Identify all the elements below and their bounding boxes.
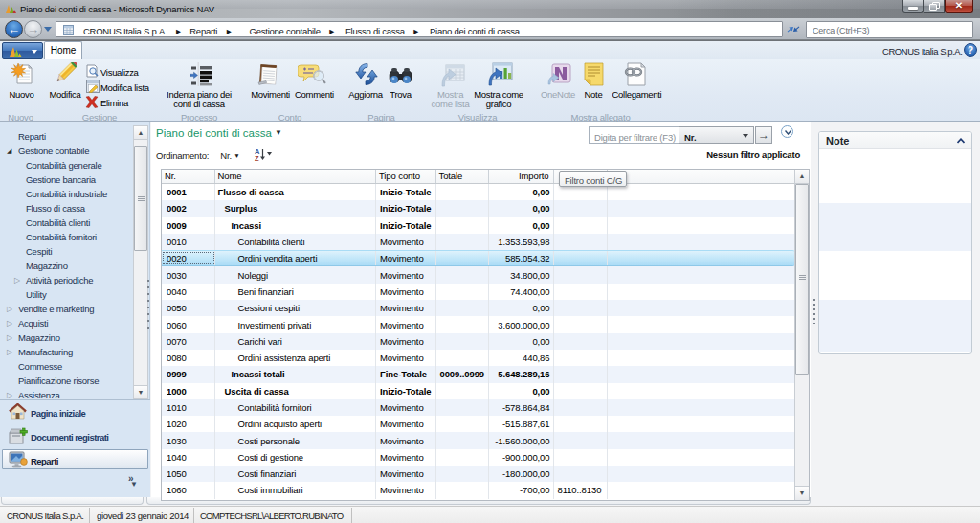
svg-text:Z: Z xyxy=(255,154,259,161)
